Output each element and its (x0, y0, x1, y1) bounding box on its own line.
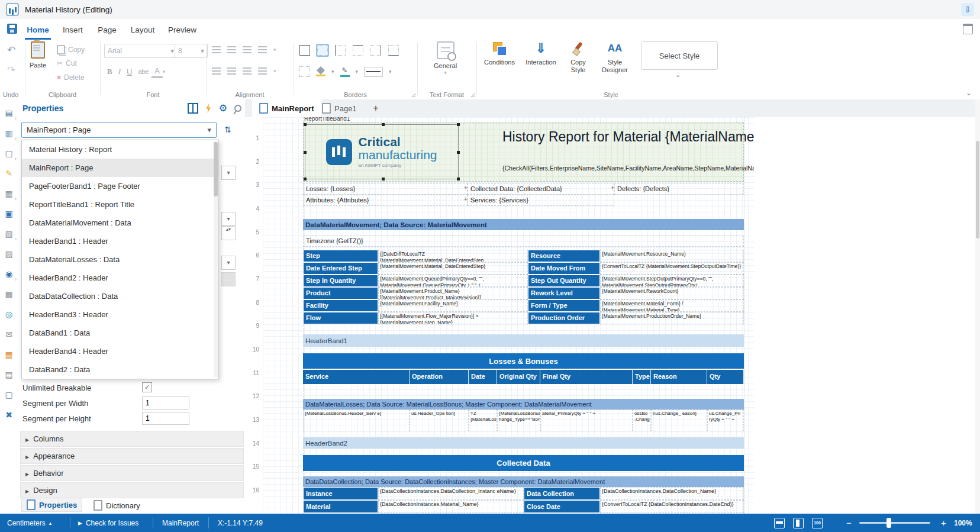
border-left-icon[interactable] (335, 45, 346, 56)
dropdown-item-pagefooterband1[interactable]: PageFooterBand1 : Page Footer (22, 177, 218, 195)
movement-label-cell[interactable]: Product (303, 287, 378, 299)
toolbox-icon-2[interactable]: ▥› (0, 124, 18, 142)
tab-page[interactable]: Page (95, 22, 120, 38)
delete-button[interactable]: × Delete (57, 73, 85, 82)
collection-value-cell[interactable]: {ConvertToLocalTZ {DataCollectionInstanc… (600, 500, 744, 513)
paste-button[interactable]: Paste (30, 41, 46, 69)
collapse-ribbon-icon[interactable]: ⌄ (966, 89, 972, 97)
losses-bonuses-title[interactable]: Losses & Bonuses (303, 353, 744, 369)
tab-properties[interactable]: Properties (21, 498, 82, 512)
zoom-out-button[interactable]: − (839, 514, 859, 532)
losses-col-reason[interactable]: Reason (651, 370, 707, 384)
band-headerband2[interactable]: HeaderBand2 (303, 437, 744, 449)
collected-data-title[interactable]: Collected Data (303, 455, 744, 471)
events-lightning-icon[interactable] (205, 104, 212, 113)
movement-value-cell[interactable]: {MaterialMovement.Facility_Name} (378, 299, 528, 312)
summary-collected-cell[interactable]: Collected Data: {CollectedData} (468, 183, 614, 195)
zoom-slider-thumb[interactable] (886, 518, 891, 528)
align-middle-icon[interactable] (227, 67, 236, 75)
underline-button[interactable]: U (124, 66, 135, 78)
report-title-text[interactable]: History Report for Material {MaterialNam… (502, 129, 754, 146)
toolbox-icon-11[interactable]: ◎ (0, 305, 18, 323)
dropdown-item-report[interactable]: Material History : Report (22, 140, 218, 159)
hidden-combo-arrow[interactable]: ▾ (221, 256, 236, 270)
border-top-icon[interactable] (353, 45, 363, 56)
report-title-band[interactable]: Critical manufacturing an ASMPT company … (303, 122, 744, 182)
selection-handle[interactable] (304, 151, 307, 154)
align-left-icon[interactable] (212, 46, 221, 53)
dropdown-item-headerband2[interactable]: HeaderBand2 : Header (22, 269, 218, 287)
selection-handle[interactable] (304, 178, 307, 180)
movement-label-cell[interactable]: Date Entered Step (303, 262, 378, 275)
collection-label-cell[interactable]: Material (303, 500, 378, 513)
dropdown-item-reporttitleband1[interactable]: ReportTitleBand1 : Report Title (22, 195, 218, 214)
border-right-icon[interactable] (370, 45, 381, 56)
losses-value-cell[interactable]: {MaterialLossBonus.Header_Serv e} (303, 410, 410, 431)
settings-gear-icon[interactable]: ⚙ (219, 104, 227, 113)
font-size-combo[interactable]: 8 ▾ (175, 44, 208, 58)
segment-per-width-input[interactable] (142, 396, 189, 410)
dropdown-item-headerband4[interactable]: HeaderBand4 : Header (22, 342, 218, 360)
tab-mainreport[interactable]: MainReport (252, 99, 321, 118)
cut-button[interactable]: ✂ Cut (57, 59, 77, 67)
units-selector[interactable]: Centimeters ▴ (0, 514, 59, 532)
collection-value-cell[interactable]: {DataCollectionInstances.Material_Name} (378, 500, 524, 513)
component-selector-combo[interactable]: MainReport : Page ▾ (21, 122, 217, 138)
toolbox-icon-14[interactable]: ▤ (0, 366, 18, 383)
hidden-combo-arrow[interactable]: ▾ (221, 166, 236, 180)
conditions-button[interactable]: Conditions (480, 41, 519, 66)
dropdown-item-datamaterialmovement[interactable]: DataMaterialMovement : Data (22, 214, 218, 232)
group-behavior[interactable]: ▶Behavior (20, 465, 244, 481)
tab-layout[interactable]: Layout (128, 22, 157, 38)
selection-handle[interactable] (382, 123, 385, 126)
losses-value-cell[interactable]: nus.Change_ eason} (651, 410, 707, 431)
selection-handle[interactable] (382, 178, 385, 180)
toolbox-icon-16[interactable]: ✖ (0, 406, 18, 424)
dropdown-item-databand2[interactable]: DataBand2 : Data (22, 360, 218, 379)
movement-value-cell[interactable]: {MaterialMovement.StepOutputPrimaryQty==… (600, 275, 744, 287)
line-style-dropdown-icon[interactable]: ▾ (389, 69, 392, 75)
collection-value-cell[interactable]: {DataCollectionInstances.DataCollection_… (600, 487, 744, 500)
movement-value-cell[interactable]: {MaterialMovement.QueuedPrimaryQty==0, "… (378, 275, 528, 287)
toolbox-icon-9[interactable]: ◉› (0, 265, 18, 283)
dropdown-item-databand1[interactable]: DataBand1 : Data (22, 324, 218, 342)
movement-label-cell[interactable]: Date Moved From (528, 262, 600, 275)
movement-label-cell[interactable]: Flow (303, 312, 378, 324)
sort-az-icon[interactable]: ⇅ (221, 123, 234, 137)
losses-col-original-qty[interactable]: Original Qty (497, 370, 540, 384)
border-all-icon[interactable] (299, 45, 310, 56)
align-bottom-icon[interactable] (243, 67, 252, 75)
save-button[interactable] (7, 24, 17, 34)
movement-label-cell[interactable]: Step In Quantity (303, 275, 378, 287)
movement-label-cell[interactable]: Step (303, 250, 378, 262)
line-spacing-icon[interactable] (258, 67, 267, 75)
select-style-dropdown-icon[interactable]: ⌄ (675, 71, 681, 79)
font-color-dropdown-icon[interactable]: ▾ (163, 69, 166, 75)
summary-services-cell[interactable]: Services: {Services} (468, 195, 614, 206)
movement-value-cell[interactable]: {ConvertToLocalTZ {MaterialMovement.Step… (600, 262, 744, 275)
copy-style-button[interactable]: Copy Style (563, 41, 594, 74)
losses-value-cell[interactable]: us.Change_Pri ryQty + " " + (707, 410, 744, 431)
borders-dialog-launcher-icon[interactable]: ◿ (412, 92, 415, 98)
export-button[interactable]: ⇩ (961, 3, 974, 16)
font-color-button[interactable]: A (151, 65, 163, 78)
italic-button[interactable]: I (115, 66, 124, 78)
dropdown-item-headerband1[interactable]: HeaderBand1 : Header (22, 232, 218, 250)
toolbox-icon-7[interactable]: ▧› (0, 225, 18, 243)
losses-value-cell[interactable]: TZ {MaterialLoss (469, 410, 497, 431)
checkall-expression-text[interactable]: {CheckAll(Filters,EnterpriseName,SiteNam… (502, 165, 754, 172)
zoom-100-icon[interactable]: 100 (812, 518, 823, 528)
toolbox-icon-4[interactable]: ✎ (0, 165, 18, 182)
movement-label-cell[interactable]: Facility (303, 299, 378, 312)
strikethrough-button[interactable]: abc (135, 67, 151, 76)
align-top-icon[interactable] (212, 67, 221, 75)
summary-losses-cell[interactable]: Losses: {Losses} (303, 183, 468, 195)
add-page-button[interactable]: + (369, 102, 382, 115)
movement-value-cell[interactable]: {(DateDiffToLocalTZ {MaterialMovement.Ma… (378, 250, 528, 262)
selection-handle[interactable] (457, 151, 460, 154)
losses-value-cell[interactable]: aterial_PrimaryQty + " " + (540, 410, 633, 431)
align-right-icon[interactable] (243, 46, 252, 53)
tab-home[interactable]: Home (25, 22, 51, 40)
vertical-scrollbar-thumb[interactable] (976, 141, 979, 238)
timezone-cell[interactable]: Timezone {GetTZ()} (303, 236, 744, 247)
